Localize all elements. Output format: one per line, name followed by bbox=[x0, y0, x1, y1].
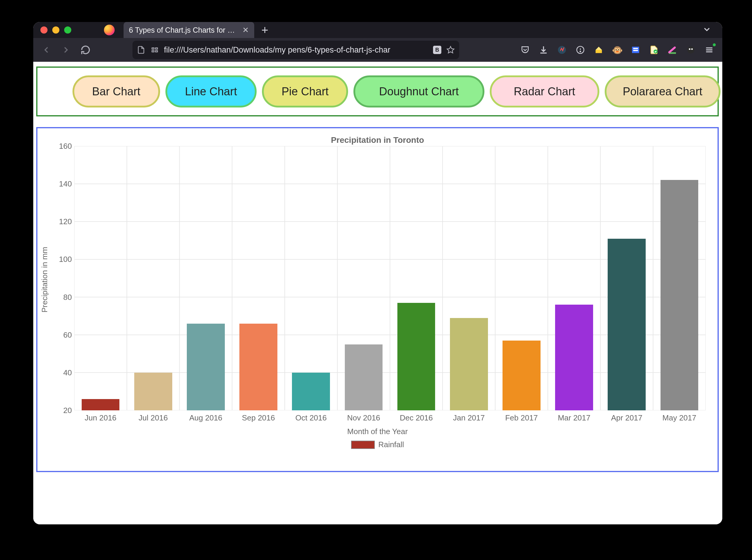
svg-point-17 bbox=[689, 48, 690, 50]
svg-rect-3 bbox=[155, 51, 157, 52]
chart-title: Precipitation in Toronto bbox=[37, 135, 717, 145]
chart-bar[interactable] bbox=[555, 305, 593, 411]
back-button[interactable] bbox=[38, 42, 55, 58]
svg-rect-12 bbox=[633, 48, 638, 49]
reload-button[interactable] bbox=[77, 42, 94, 58]
firefox-icon bbox=[104, 25, 115, 35]
svg-rect-9 bbox=[595, 50, 602, 53]
y-tick-labels: 16014012010080604020 bbox=[55, 146, 72, 411]
svg-rect-13 bbox=[633, 50, 638, 51]
polararea-chart-button[interactable]: Polararea Chart bbox=[605, 75, 720, 107]
forward-button[interactable] bbox=[58, 42, 74, 58]
plot-area bbox=[74, 146, 706, 411]
y-tick-label: 140 bbox=[55, 179, 72, 188]
chart-type-menu: Bar Chart Line Chart Pie Chart Doughnut … bbox=[36, 66, 719, 116]
tab-title: 6 Types of Chart.js Charts for Same bbox=[129, 26, 238, 35]
x-tick-label: Apr 2017 bbox=[611, 413, 642, 422]
x-tick-label: Dec 2016 bbox=[400, 413, 433, 422]
line-chart-button[interactable]: Line Chart bbox=[165, 75, 257, 107]
chart-bar[interactable] bbox=[397, 303, 435, 411]
x-tick-label: Aug 2016 bbox=[189, 413, 222, 422]
svg-point-8 bbox=[580, 51, 581, 52]
x-tick-label: Nov 2016 bbox=[347, 413, 380, 422]
bar-chart-button[interactable]: Bar Chart bbox=[73, 75, 160, 107]
y-axis-label: Precipitation in mm bbox=[40, 247, 49, 312]
x-tick-label: Mar 2017 bbox=[558, 413, 590, 422]
x-tick-label: Jul 2016 bbox=[139, 413, 168, 422]
x-tick-label: May 2017 bbox=[662, 413, 696, 422]
svg-point-18 bbox=[691, 48, 693, 50]
new-tab-button[interactable]: + bbox=[261, 24, 268, 36]
chart-bar[interactable] bbox=[502, 341, 540, 411]
chart-bar[interactable] bbox=[660, 180, 698, 411]
svg-rect-2 bbox=[152, 51, 154, 52]
x-tick-label: Sep 2016 bbox=[242, 413, 275, 422]
chart-bar[interactable] bbox=[187, 324, 225, 411]
url-text: file:///Users/nathan/Downloads/my pens/6… bbox=[164, 45, 428, 55]
svg-marker-4 bbox=[447, 46, 454, 53]
site-settings-icon[interactable] bbox=[150, 45, 159, 54]
y-tick-label: 160 bbox=[55, 142, 72, 151]
y-tick-label: 120 bbox=[55, 217, 72, 226]
toolbar-extensions: 🐵 bbox=[520, 44, 715, 55]
chart-container: Precipitation in Toronto Precipitation i… bbox=[36, 127, 719, 472]
y-tick-label: 80 bbox=[55, 293, 72, 302]
url-bar[interactable]: file:///Users/nathan/Downloads/my pens/6… bbox=[133, 41, 459, 59]
file-icon bbox=[137, 45, 145, 54]
chart-bar[interactable] bbox=[608, 239, 646, 411]
bookmark-star-icon[interactable] bbox=[446, 45, 455, 54]
svg-marker-10 bbox=[595, 47, 602, 50]
chart-bar[interactable] bbox=[134, 373, 172, 411]
window-close-button[interactable] bbox=[40, 26, 47, 34]
hamburger-menu-icon[interactable] bbox=[704, 44, 715, 55]
x-tick-labels: Jun 2016Jul 2016Aug 2016Sep 2016Oct 2016… bbox=[74, 413, 706, 425]
extension-icon-6[interactable] bbox=[649, 44, 659, 55]
legend-label: Rainfall bbox=[378, 440, 404, 449]
page-viewport: Bar Chart Line Chart Pie Chart Doughnut … bbox=[33, 62, 722, 524]
y-tick-label: 100 bbox=[55, 255, 72, 264]
legend-swatch bbox=[351, 441, 375, 449]
extension-icon-5[interactable] bbox=[630, 44, 641, 55]
chart-legend: Rainfall bbox=[37, 440, 717, 449]
doughnut-chart-button[interactable]: Doughnut Chart bbox=[353, 75, 484, 107]
window-minimize-button[interactable] bbox=[52, 26, 59, 34]
chart-bar[interactable] bbox=[292, 373, 330, 411]
svg-point-16 bbox=[687, 46, 694, 54]
chart-bar[interactable] bbox=[239, 324, 277, 411]
toolbar: file:///Users/nathan/Downloads/my pens/6… bbox=[33, 38, 722, 62]
x-axis-label: Month of the Year bbox=[37, 427, 717, 436]
x-tick-label: Jan 2017 bbox=[453, 413, 485, 422]
window-maximize-button[interactable] bbox=[64, 26, 71, 34]
downloads-icon[interactable] bbox=[538, 44, 549, 55]
extension-icon-7[interactable] bbox=[667, 44, 678, 55]
radar-chart-button[interactable]: Radar Chart bbox=[490, 75, 599, 107]
y-tick-label: 20 bbox=[55, 406, 72, 415]
title-bar: 6 Types of Chart.js Charts for Same ✕ + bbox=[33, 22, 722, 38]
browser-tab[interactable]: 6 Types of Chart.js Charts for Same ✕ bbox=[123, 22, 254, 38]
pocket-icon[interactable] bbox=[520, 44, 531, 55]
extension-icon-3[interactable] bbox=[593, 44, 604, 55]
chart-bar[interactable] bbox=[82, 399, 120, 411]
x-tick-label: Oct 2016 bbox=[295, 413, 327, 422]
tab-close-icon[interactable]: ✕ bbox=[242, 26, 249, 34]
extension-icon-1[interactable] bbox=[557, 44, 567, 55]
extension-icon-4[interactable]: 🐵 bbox=[612, 44, 622, 55]
chart-bar[interactable] bbox=[450, 318, 488, 411]
pie-chart-button[interactable]: Pie Chart bbox=[262, 75, 348, 107]
y-tick-label: 40 bbox=[55, 368, 72, 377]
y-tick-label: 60 bbox=[55, 330, 72, 339]
x-tick-label: Feb 2017 bbox=[505, 413, 538, 422]
traffic-lights bbox=[33, 26, 71, 34]
x-tick-label: Jun 2016 bbox=[85, 413, 116, 422]
extension-icon-8[interactable] bbox=[686, 44, 696, 55]
reader-mode-badge[interactable]: B bbox=[433, 46, 441, 54]
extension-icon-2[interactable] bbox=[575, 44, 586, 55]
browser-window: 6 Types of Chart.js Charts for Same ✕ + … bbox=[33, 22, 722, 524]
chart-bars bbox=[74, 146, 706, 411]
tabs-dropdown-button[interactable] bbox=[702, 25, 712, 35]
svg-rect-1 bbox=[155, 48, 157, 49]
svg-rect-0 bbox=[152, 48, 154, 49]
chart-bar[interactable] bbox=[345, 344, 383, 411]
